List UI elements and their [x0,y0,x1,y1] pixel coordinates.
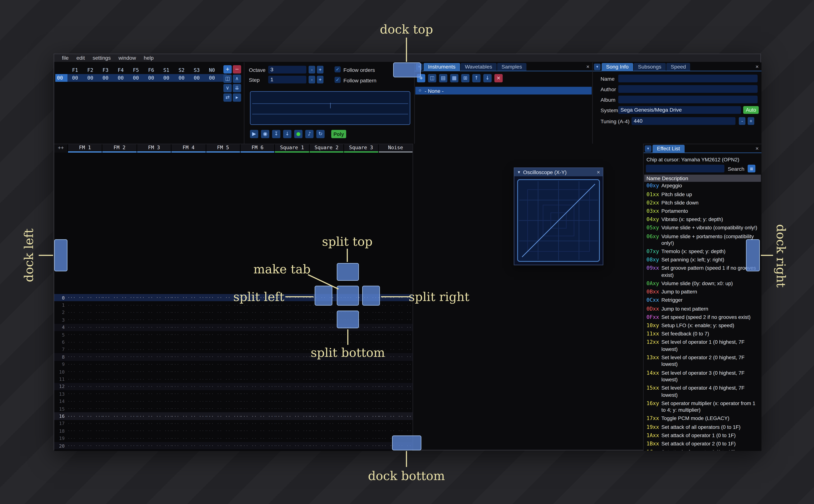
pattern-cell[interactable]: ··· ·· ·· ··· [344,406,378,411]
step-plus-button[interactable]: + [317,76,323,83]
instruments-tab-instruments[interactable]: Instruments [424,63,460,71]
duplicate-order-button[interactable]: ◫ [223,75,232,83]
pattern-cell[interactable]: ··· ·· ·· ··· [309,391,344,396]
split-target-top[interactable] [337,263,359,281]
pattern-cell[interactable]: ··· ·· ·· ··· [309,451,344,451]
pattern-cell[interactable]: ··· ·· ·· ··· [275,369,309,374]
pattern-cell[interactable]: ··· ·· ·· ··· [137,384,171,389]
pattern-cell[interactable]: ··· ·· ·· ··· [102,303,137,308]
pattern-cell[interactable]: ··· ·· ·· ··· [67,295,102,300]
pattern-cell[interactable]: ··· ·· ·· ··· [102,421,137,426]
pattern-cell[interactable]: ··· ·· ·· ··· [309,362,344,367]
pattern-cell[interactable]: ··· ·· ·· ··· [206,354,240,359]
pattern-cell[interactable]: ··· ·· ·· ··· [378,399,413,404]
pattern-cell[interactable]: ··· ·· ·· ··· [102,384,137,389]
pattern-cell[interactable]: ··· ·· ·· ··· [137,362,171,367]
pattern-cell[interactable]: ··· ·· ·· ··· [275,362,309,367]
pattern-cell[interactable]: ··· ·· ·· ··· [309,406,344,411]
edit-record-toggle-button[interactable]: ● [294,130,302,138]
song-field-input-name[interactable] [618,75,758,82]
pattern-cell[interactable]: ··· ·· ·· ··· [137,303,171,308]
pattern-cell[interactable]: ··· ·· ·· ··· [275,451,309,451]
pattern-cell[interactable]: ··· ·· ·· ··· [309,377,344,382]
pattern-cell[interactable]: ··· ·· ·· ··· [67,414,102,419]
pattern-cell[interactable]: ··· ·· ·· ··· [171,295,206,300]
pattern-cell[interactable]: ··· ·· ·· ··· [67,354,102,359]
pattern-cell[interactable]: ··· ·· ·· ··· [344,340,378,345]
pattern-cell[interactable]: ··· ·· ·· ··· [137,332,171,337]
pattern-cell[interactable]: ··· ·· ·· ··· [206,391,240,396]
orders-cell[interactable]: 00 [174,75,189,81]
pattern-cell[interactable]: ··· ·· ·· ··· [67,325,102,330]
pattern-cell[interactable]: ··· ·· ·· ··· [67,340,102,345]
pattern-cell[interactable]: ··· ·· ·· ··· [137,421,171,426]
pattern-cell[interactable]: ··· ·· ·· ··· [67,303,102,308]
pattern-cell[interactable]: ··· ·· ·· ··· [206,443,240,448]
step-minus-button[interactable]: - [308,76,315,83]
add-order-button[interactable]: + [223,65,232,74]
split-target-left[interactable] [315,286,332,306]
pattern-cell[interactable]: ··· ·· ·· ··· [206,332,240,337]
pattern-cell[interactable]: ··· ·· ·· ··· [275,325,309,330]
pattern-cell[interactable]: ··· ·· ·· ··· [102,369,137,374]
open-instrument-button[interactable]: ▤ [439,74,448,82]
pattern-cell[interactable]: ··· ·· ·· ··· [206,436,240,441]
pattern-cell[interactable]: ··· ·· ·· ··· [137,310,171,315]
oscilloscope-xy-close-icon[interactable]: × [597,169,600,175]
pattern-cell[interactable]: ··· ·· ·· ··· [378,414,413,419]
delete-instrument-button[interactable]: × [495,74,503,82]
pattern-cell[interactable]: ··· ·· ·· ··· [171,354,206,359]
pattern-cell[interactable]: ··· ·· ·· ··· [206,399,240,404]
save-instrument-button[interactable]: ▦ [450,74,459,82]
poly-toggle-button[interactable]: Poly [331,130,346,138]
pattern-expand-buttons[interactable]: ++ [54,144,67,153]
pattern-cell[interactable]: ··· ·· ·· ··· [309,428,344,433]
pattern-cell[interactable]: ··· ·· ·· ··· [137,391,171,396]
tuning-plus-button[interactable]: + [748,117,754,125]
move-instrument-up-button[interactable]: ↑ [472,74,481,82]
pattern-cell[interactable]: ··· ·· ·· ··· [240,384,275,389]
system-input[interactable]: Sega Genesis/Mega Drive [618,106,741,114]
orders-cell[interactable]: 00 [159,75,174,81]
pattern-cell[interactable]: ··· ·· ·· ··· [378,332,413,337]
octave-plus-button[interactable]: + [317,66,323,74]
pattern-cell[interactable]: ··· ·· ·· ··· [67,317,102,322]
pattern-cell[interactable]: ··· ·· ·· ··· [171,406,206,411]
instruments-tab-wavetables[interactable]: Wavetables [461,63,497,71]
repeat-pattern-button[interactable]: ↻ [316,130,324,138]
pattern-cell[interactable]: ··· ·· ·· ··· [67,377,102,382]
pattern-cell[interactable]: ··· ·· ·· ··· [275,354,309,359]
play-button[interactable]: ▶ [250,130,258,138]
pattern-cell[interactable]: ··· ·· ·· ··· [67,406,102,411]
step-one-row-button[interactable]: ↧ [272,130,280,138]
pattern-cell[interactable]: ··· ·· ·· ··· [344,436,378,441]
dock-target-top[interactable] [393,62,421,77]
pattern-cell[interactable]: ··· ·· ·· ··· [137,414,171,419]
pattern-cell[interactable]: ··· ·· ·· ··· [309,399,344,404]
pattern-cell[interactable]: ··· ·· ·· ··· [378,310,413,315]
pattern-cell[interactable]: ··· ·· ·· ··· [171,369,206,374]
pattern-cell[interactable]: ··· ·· ·· ··· [206,451,240,451]
channel-header-fm-1[interactable]: FM 1 [67,144,102,153]
effect-list-menu-button[interactable]: ≡ [748,165,755,172]
pattern-cell[interactable]: ··· ·· ·· ··· [102,310,137,315]
split-target-bottom[interactable] [337,311,359,328]
pattern-cell[interactable]: ··· ·· ·· ··· [309,384,344,389]
pattern-cell[interactable]: ··· ·· ·· ··· [309,414,344,419]
pattern-cell[interactable]: ··· ·· ·· ··· [378,421,413,426]
pattern-cell[interactable]: ··· ·· ·· ··· [309,443,344,448]
channel-header-square-2[interactable]: Square 2 [309,144,343,153]
pattern-cell[interactable]: ··· ·· ·· ··· [171,303,206,308]
pattern-cell[interactable]: ··· ·· ·· ··· [275,384,309,389]
song-field-input-album[interactable] [618,96,758,103]
pattern-cell[interactable]: ··· ·· ·· ··· [309,332,344,337]
pattern-cell[interactable]: ··· ·· ·· ··· [275,443,309,448]
orders-cell[interactable]: 00 [204,75,220,81]
duplicate-order-to-end-button[interactable]: ⇊ [233,84,241,92]
pattern-cell[interactable]: ··· ·· ·· ··· [137,325,171,330]
pattern-cell[interactable]: ··· ·· ·· ··· [137,436,171,441]
orders-cell[interactable]: 00 [128,75,144,81]
pattern-cell[interactable]: ··· ·· ·· ··· [378,317,413,322]
pattern-cell[interactable]: ··· ·· ·· ··· [240,317,275,322]
pattern-cell[interactable]: ··· ·· ·· ··· [206,325,240,330]
